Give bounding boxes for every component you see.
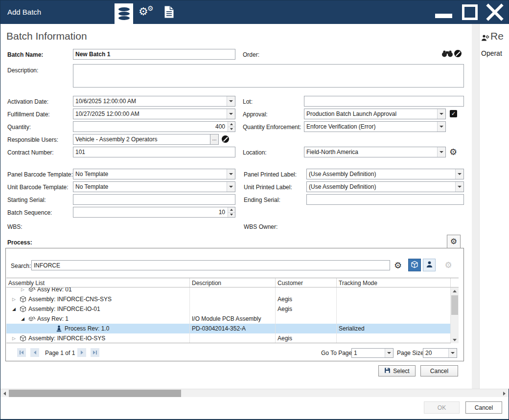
responsible-users-input[interactable] — [73, 134, 210, 145]
search-input[interactable] — [31, 260, 390, 270]
grid-vertical-scrollbar[interactable] — [451, 287, 459, 343]
chevron-down-icon[interactable] — [227, 109, 235, 119]
first-page-button[interactable] — [17, 348, 26, 357]
unit-printed-label-combo[interactable]: (Use Assembly Definition) — [306, 181, 464, 192]
scroll-up-button[interactable] — [451, 287, 459, 294]
grid-rows: Assy Rev: 01 Assembly: INFORCE-CNS-SYS A… — [6, 287, 451, 343]
expander-icon[interactable] — [20, 287, 26, 292]
batch-data-tab[interactable] — [115, 3, 133, 24]
responsible-users-label: Responsible Users: — [7, 136, 58, 143]
batch-name-input[interactable] — [73, 49, 235, 60]
scrollbar-thumb[interactable] — [9, 390, 181, 397]
go-to-page-label: Go To Page — [321, 350, 352, 356]
starting-serial-input[interactable] — [73, 194, 235, 205]
spin-down-button[interactable] — [228, 212, 235, 218]
panel-printed-label-combo[interactable]: (Use Assembly Definition) — [306, 169, 464, 179]
quantity-enforcement-combo[interactable]: Enforce Verification (Error) — [304, 121, 446, 132]
table-row[interactable]: Assembly: INFORCE-CNS-SYS Aegis — [6, 294, 451, 304]
chevron-down-icon[interactable] — [437, 109, 445, 119]
column-header-tracking-mode[interactable]: Tracking Mode — [337, 278, 451, 287]
gears-icon[interactable]: ⚙ ⚙ — [139, 5, 156, 21]
page-size-combo[interactable]: 20 — [423, 348, 457, 358]
panel-barcode-template-combo[interactable]: No Template — [73, 169, 235, 179]
settings-button-disabled[interactable]: ⚙ — [442, 259, 455, 271]
activation-date-combo[interactable]: 10/6/2025 12:00:00 AM — [73, 96, 235, 107]
go-to-page-combo[interactable]: 1 — [351, 348, 393, 358]
description-label: Description: — [7, 67, 38, 74]
responsible-users-clear-icon[interactable] — [222, 135, 229, 143]
chevron-down-icon[interactable] — [385, 349, 393, 357]
expander-icon[interactable] — [11, 336, 17, 341]
table-row[interactable]: Assy Rev: 01 — [6, 287, 451, 294]
search-gear-icon[interactable]: ⚙ — [394, 260, 402, 270]
minimize-button[interactable] — [435, 14, 452, 18]
unit-barcode-template-label: Unit Barcode Template: — [7, 184, 69, 191]
previous-page-button[interactable] — [30, 348, 39, 357]
database-icon — [118, 7, 130, 20]
assembly-grid: Assembly List Description Customer Track… — [6, 278, 459, 343]
cancel-button[interactable]: Cancel — [465, 401, 502, 414]
description-input[interactable] — [73, 64, 464, 88]
panel-cancel-button[interactable]: Cancel — [420, 365, 458, 376]
document-icon[interactable] — [164, 5, 174, 19]
order-clear-icon[interactable] — [454, 50, 462, 57]
chevron-down-icon[interactable] — [455, 169, 463, 179]
location-gear-icon[interactable]: ⚙ — [449, 147, 457, 157]
table-row[interactable]: Assembly: INFORCE-IO-SYS Aegis — [6, 333, 451, 343]
splitter[interactable] — [472, 24, 479, 389]
table-row[interactable]: Assembly: INFORCE-IO-01 Aegis — [6, 304, 451, 314]
horizontal-scrollbar[interactable] — [0, 389, 509, 397]
binoculars-icon[interactable] — [441, 50, 453, 59]
ending-serial-label: Ending Serial: — [244, 197, 280, 203]
column-header-description[interactable]: Description — [190, 278, 276, 287]
order-label: Order: — [243, 51, 259, 58]
scroll-right-button[interactable] — [500, 389, 509, 398]
column-header-customer[interactable]: Customer — [276, 278, 337, 287]
contract-number-input[interactable] — [73, 147, 235, 157]
chevron-down-icon[interactable] — [227, 169, 235, 179]
ending-serial-input[interactable] — [306, 194, 464, 205]
ok-button[interactable]: OK — [424, 401, 460, 414]
expander-icon[interactable] — [11, 297, 17, 302]
assembly-icon — [19, 295, 27, 303]
lot-input[interactable] — [304, 96, 464, 107]
unit-barcode-template-combo[interactable]: No Template — [73, 181, 235, 192]
chevron-down-icon[interactable] — [437, 122, 445, 132]
window-title: Add Batch — [7, 8, 41, 16]
location-combo[interactable]: Field-North America — [304, 147, 446, 157]
column-header-assembly-list[interactable]: Assembly List — [6, 278, 190, 287]
select-button[interactable]: Select — [378, 365, 416, 376]
spin-down-button[interactable] — [228, 127, 235, 132]
maximize-button[interactable] — [462, 4, 478, 20]
gear-icon: ⚙ — [450, 237, 457, 246]
chevron-down-icon[interactable] — [227, 96, 235, 106]
spin-up-button[interactable] — [228, 207, 235, 212]
table-row[interactable]: Assy Rev: 1 I/O Module PCB Assembly — [6, 314, 451, 324]
table-row-selected[interactable]: Process Rev: 1.0 PD-03042014-352-A Seria… — [6, 324, 451, 333]
scroll-down-button[interactable] — [451, 336, 459, 343]
batch-sequence-stepper[interactable]: 10 — [73, 207, 235, 218]
add-batch-window: Add Batch ⚙ ⚙ Batch Information Batch Na… — [0, 0, 509, 420]
assembly-filter-toggle[interactable] — [408, 259, 421, 271]
chevron-down-icon[interactable] — [227, 182, 235, 192]
chevron-down-icon[interactable] — [437, 147, 445, 157]
approval-check-icon[interactable] — [450, 110, 457, 117]
next-page-button[interactable] — [77, 348, 86, 357]
quantity-stepper[interactable]: 400 — [73, 121, 235, 132]
approval-combo[interactable]: Production Batch Launch Approval — [304, 109, 446, 119]
fulfillment-date-combo[interactable]: 10/27/2025 12:00:00 AM — [73, 109, 235, 119]
chevron-down-icon[interactable] — [455, 182, 463, 192]
right-panel-title: Re — [490, 30, 504, 42]
close-button[interactable] — [485, 2, 505, 22]
responsible-users-browse-button[interactable]: ... — [210, 134, 219, 145]
scroll-left-button[interactable] — [0, 389, 9, 398]
page-title: Batch Information — [6, 30, 87, 42]
chevron-down-icon[interactable] — [448, 349, 457, 357]
scrollbar-thumb[interactable] — [451, 295, 458, 315]
operator-filter-toggle[interactable] — [423, 259, 436, 271]
expander-icon[interactable] — [20, 316, 26, 321]
spin-up-button[interactable] — [228, 122, 235, 127]
last-page-button[interactable] — [91, 348, 99, 357]
expander-icon[interactable] — [11, 307, 17, 311]
process-settings-button[interactable]: ⚙ — [447, 235, 461, 248]
